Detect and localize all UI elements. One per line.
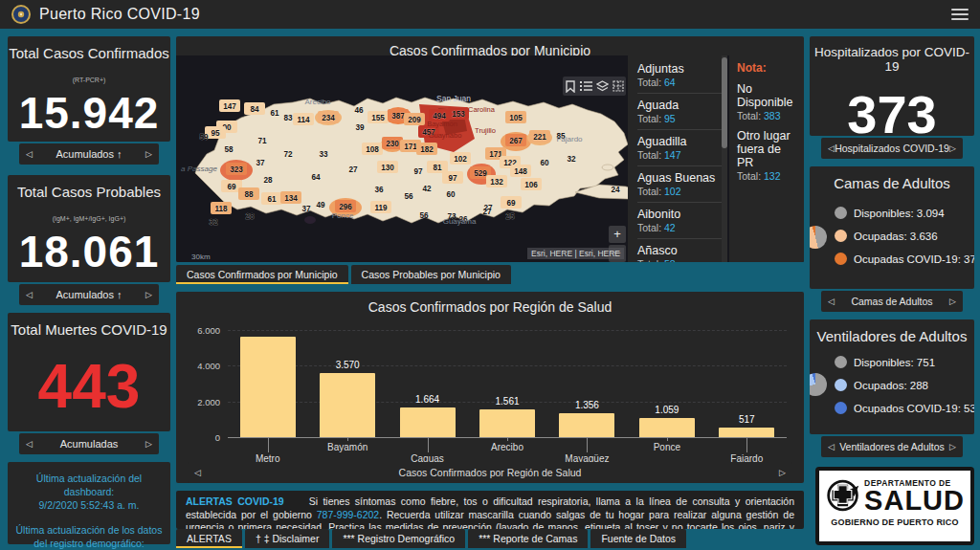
map-toolbar bbox=[563, 77, 626, 96]
prev-arrow[interactable]: ◁ bbox=[26, 290, 33, 299]
legend-row: Ocupados COVID-19: 53 bbox=[835, 402, 969, 414]
menu-icon[interactable] bbox=[951, 6, 969, 23]
next-arrow[interactable]: ▷ bbox=[145, 439, 152, 449]
bar-mayagüez bbox=[559, 413, 614, 437]
svg-text:155: 155 bbox=[371, 114, 385, 122]
legend-icon[interactable] bbox=[580, 80, 592, 92]
map-panel: Casos Confirmados por Municipio 14784618… bbox=[176, 36, 804, 262]
svg-text:25: 25 bbox=[505, 212, 515, 221]
panel-subtitle: (IgM+, IgM+/IgG+, IgG+) bbox=[8, 215, 170, 222]
prev-arrow[interactable]: ◁ bbox=[26, 439, 33, 449]
update-info-panel: Última actualización del dashboard:9/2/2… bbox=[8, 462, 170, 544]
svg-text:182: 182 bbox=[420, 145, 434, 154]
map-scale-bar: 30km 20mi bbox=[191, 253, 211, 262]
y-axis-tick: 2.000 bbox=[176, 397, 220, 407]
next-arrow[interactable]: ▷ bbox=[145, 149, 152, 159]
svg-text:153: 153 bbox=[452, 110, 465, 119]
svg-text:Carolina: Carolina bbox=[468, 105, 496, 114]
svg-text:24: 24 bbox=[611, 186, 620, 194]
svg-text:234: 234 bbox=[322, 114, 335, 122]
next-arrow[interactable]: ▷ bbox=[949, 442, 956, 451]
svg-text:60: 60 bbox=[446, 190, 456, 199]
salud-line3: GOBIERNO DE PUERTO RICO bbox=[825, 517, 965, 527]
next-arrow[interactable]: ▷ bbox=[949, 297, 956, 306]
svg-text:69: 69 bbox=[506, 199, 516, 208]
svg-text:102: 102 bbox=[454, 155, 467, 164]
pr-seal-icon bbox=[11, 5, 31, 24]
svg-text:a Passage: a Passage bbox=[181, 165, 217, 173]
svg-text:49: 49 bbox=[316, 201, 325, 209]
tab--registro-demogr-fico[interactable]: *** Registro Demográfico bbox=[332, 529, 465, 548]
probables-footer: ◁ Acumulados ↑ ▷ bbox=[19, 284, 159, 305]
region-chart-panel: Casos Confirmados por Región de Salud 6.… bbox=[176, 292, 804, 483]
list-item[interactable]: AibonitoTotal: 42 bbox=[637, 203, 722, 239]
probables-value: 18.061 bbox=[8, 226, 170, 277]
alert-phone[interactable]: 787-999-6202 bbox=[317, 509, 379, 520]
list-item[interactable]: AñascoTotal: 58 bbox=[637, 239, 722, 262]
svg-text:387: 387 bbox=[391, 112, 405, 121]
svg-text:64: 64 bbox=[311, 173, 321, 182]
bar-value-label: 1.561 bbox=[474, 396, 541, 407]
total-muertes-panel: Total Muertes COVID-19 443 bbox=[8, 313, 170, 431]
tab-casos-probables-por-municipio[interactable]: Casos Probables por Municipio bbox=[351, 265, 511, 284]
camas-footer: ◁ Camas de Adultos ▷ bbox=[821, 291, 963, 312]
basemap-icon[interactable] bbox=[612, 80, 624, 92]
prev-arrow[interactable]: ◁ bbox=[828, 442, 835, 451]
zoom-in-button[interactable]: + bbox=[609, 226, 626, 243]
app-header: Puerto Rico COVID-19 bbox=[0, 0, 980, 29]
tab-casos-confirmados-por-municipio[interactable]: Casos Confirmados por Municipio bbox=[176, 265, 348, 284]
svg-text:119: 119 bbox=[374, 204, 388, 212]
panel-title: Camas de Adultos bbox=[810, 166, 974, 191]
svg-text:106: 106 bbox=[524, 181, 538, 189]
next-arrow[interactable]: ▷ bbox=[949, 143, 956, 153]
svg-text:36: 36 bbox=[374, 186, 384, 194]
prev-arrow[interactable]: ◁ bbox=[828, 143, 835, 153]
list-item[interactable]: AguadillaTotal: 147 bbox=[637, 130, 722, 166]
next-arrow[interactable]: ▷ bbox=[779, 468, 786, 477]
tab--disclaimer[interactable]: † ‡ Disclaimer bbox=[245, 529, 330, 548]
list-item[interactable]: AguadaTotal: 95 bbox=[637, 94, 722, 130]
list-item[interactable]: Aguas BuenasTotal: 102 bbox=[637, 166, 722, 203]
list-item[interactable]: Otro lugar fuera de PRTotal: 132 bbox=[737, 129, 798, 182]
legend-dot-icon bbox=[835, 356, 847, 368]
confirmados-footer: ◁ Acumulados ↑ ▷ bbox=[19, 143, 159, 165]
footer-label: Camas de Adultos bbox=[851, 296, 932, 307]
svg-text:Ponce: Ponce bbox=[332, 211, 354, 220]
list-item[interactable]: AdjuntasTotal: 64 bbox=[637, 57, 722, 94]
prev-arrow[interactable]: ◁ bbox=[194, 468, 201, 477]
layers-icon[interactable] bbox=[596, 80, 609, 92]
footer-label: Acumuladas bbox=[60, 438, 119, 450]
dashboard-update-text: Última actualización del dashboard:9/2/2… bbox=[15, 472, 163, 512]
bar-value-label: 1.059 bbox=[634, 405, 701, 415]
y-axis-tick: 0 bbox=[176, 432, 220, 443]
svg-text:132: 132 bbox=[490, 178, 503, 187]
confirmados-value: 15.942 bbox=[8, 87, 170, 139]
bar-value-label: 1.664 bbox=[394, 394, 461, 405]
puerto-rico-choropleth-map[interactable]: 1478461831142344615538720949415345790955… bbox=[178, 72, 632, 262]
svg-text:Bayamón: Bayamón bbox=[427, 120, 457, 128]
ventiladores-footer: ◁ Ventiladores de Adultos ▷ bbox=[821, 436, 963, 457]
chart-footer: ◁ Casos Confirmados por Región de Salud … bbox=[188, 462, 792, 483]
svg-text:230: 230 bbox=[386, 140, 399, 148]
map-canvas[interactable]: 1478461831142344615538720949415345790955… bbox=[176, 55, 804, 262]
svg-text:529: 529 bbox=[474, 169, 487, 178]
svg-text:97: 97 bbox=[448, 174, 457, 183]
scrollbar-thumb[interactable] bbox=[722, 57, 727, 148]
list-item[interactable]: No DisponibleTotal: 383 bbox=[737, 82, 798, 121]
svg-text:296: 296 bbox=[339, 203, 352, 211]
bar-caguas bbox=[400, 407, 456, 437]
prev-arrow[interactable]: ◁ bbox=[828, 297, 835, 306]
municipality-list[interactable]: AdjuntasTotal: 64AguadaTotal: 95Aguadill… bbox=[628, 55, 722, 262]
alerts-panel: ALERTAS COVID-19Si tienes síntomas como … bbox=[176, 491, 804, 529]
svg-text:27: 27 bbox=[348, 165, 358, 174]
svg-text:42: 42 bbox=[422, 185, 432, 193]
tab--reporte-de-camas[interactable]: *** Reporte de Camas bbox=[468, 529, 588, 548]
svg-text:Trujillo: Trujillo bbox=[475, 126, 496, 135]
prev-arrow[interactable]: ◁ bbox=[26, 149, 33, 159]
y-axis-tick: 6.000 bbox=[176, 325, 220, 336]
bookmark-icon[interactable] bbox=[565, 80, 576, 93]
next-arrow[interactable]: ▷ bbox=[145, 290, 152, 299]
tab-fuente-de-datos[interactable]: Fuente de Datos bbox=[590, 529, 686, 548]
muertes-footer: ◁ Acumuladas ▷ bbox=[19, 433, 159, 454]
tab-alertas[interactable]: ALERTAS bbox=[176, 529, 242, 548]
